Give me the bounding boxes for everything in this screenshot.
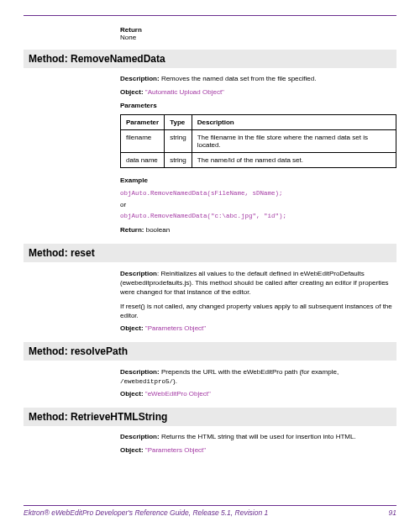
top-rule (24, 15, 396, 16)
th-description: Description (192, 115, 396, 130)
section0-return: Return None (120, 26, 396, 41)
footer-page: 91 (389, 508, 396, 517)
method-header-retrievehtmlstring: Method: RetrieveHTMLString (24, 408, 396, 426)
params-table: Parameter Type Description filename stri… (120, 114, 396, 168)
cell-desc: The filename in the file store where the… (192, 130, 396, 153)
table-header-row: Parameter Type Description (121, 115, 396, 130)
method4-body: Description: Returns the HTML string tha… (120, 433, 396, 456)
method2-body: Description: Reinitializes all values to… (120, 269, 396, 334)
method3-description: Description: Prepends the URL with the e… (120, 367, 396, 387)
object-link[interactable]: "Parameters Object" (144, 324, 207, 332)
method1-object: Object: "Automatic Upload Object" (120, 88, 396, 97)
method4-description: Description: Returns the HTML string tha… (120, 433, 396, 442)
example-label: Example (120, 176, 396, 186)
example-code-1: objAuto.RemoveNamedData(sFileName, sDNam… (120, 190, 396, 197)
object-link[interactable]: "eWebEditPro Object" (144, 390, 211, 398)
method1-description: Description: Removes the named data set … (120, 75, 396, 84)
th-type: Type (165, 115, 192, 130)
method2-description: Description: Reinitializes all values to… (120, 269, 396, 298)
example-code-2: objAuto.RemoveNamedData("c:\abc.jpg", "i… (120, 213, 396, 219)
th-parameter: Parameter (121, 115, 165, 130)
desc-text2: ). (173, 377, 177, 385)
footer-text: Ektron® eWebEditPro Developer's Referenc… (24, 508, 396, 517)
desc-text: Removes the named data set from the file… (160, 75, 317, 82)
method4-object: Object: "Parameters Object" (120, 446, 396, 456)
table-row: filename string The filename in the file… (121, 130, 396, 153)
object-label: Object: (120, 324, 144, 332)
return-value: boolean (144, 226, 170, 234)
method-header-removenameddata: Method: RemoveNamedData (24, 50, 396, 68)
object-link[interactable]: "Parameters Object" (144, 446, 207, 454)
desc-text: : Reinitializes all values to the defaul… (120, 270, 389, 296)
cell-type: string (165, 130, 192, 153)
return-value: None (120, 34, 396, 41)
method3-body: Description: Prepends the URL with the e… (120, 367, 396, 399)
cell-desc: The name/id of the named data set. (192, 153, 396, 168)
desc-label: Description (120, 270, 157, 277)
method1-return: Return: boolean (120, 226, 396, 235)
method-header-resolvepath: Method: resolvePath (24, 342, 396, 361)
method-header-reset: Method: reset (24, 244, 396, 262)
desc-label: Description: (120, 368, 160, 376)
object-link[interactable]: "Automatic Upload Object" (144, 88, 224, 96)
return-label: Return: (120, 226, 144, 234)
object-label: Object: (120, 88, 144, 96)
desc-text: Returns the HTML string that will be use… (160, 433, 356, 440)
method2-object: Object: "Parameters Object" (120, 324, 396, 334)
method1-body: Description: Removes the named data set … (120, 75, 396, 235)
method3-object: Object: "eWebEditPro Object" (120, 390, 396, 399)
params-label: Parameters (120, 102, 396, 111)
cell-param: data name (121, 153, 165, 168)
desc-label: Description: (120, 75, 160, 82)
object-label: Object: (120, 390, 144, 398)
desc-text1: Prepends the URL with the eWebEditPro pa… (160, 368, 339, 376)
table-row: data name string The name/id of the name… (121, 153, 396, 168)
return-label: Return (120, 26, 396, 34)
method2-description2: If reset() is not called, any changed pr… (120, 302, 396, 320)
page-footer: Ektron® eWebEditPro Developer's Referenc… (24, 505, 396, 517)
desc-label: Description: (120, 433, 160, 440)
cell-param: filename (121, 130, 165, 153)
footer-ref: Ektron® eWebEditPro Developer's Referenc… (24, 508, 268, 517)
or-text: or (120, 201, 396, 208)
desc-code: /ewebeditpro5/ (120, 378, 173, 385)
footer-rule (24, 505, 396, 506)
object-label: Object: (120, 446, 144, 454)
cell-type: string (165, 153, 192, 168)
